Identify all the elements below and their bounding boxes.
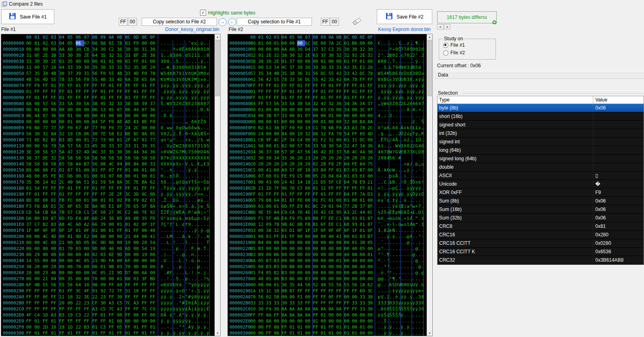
- hex-byte[interactable]: 37: [289, 64, 297, 70]
- hex-byte[interactable]: 37: [76, 149, 84, 155]
- hex-byte[interactable]: 78: [352, 179, 359, 185]
- hex-byte[interactable]: 32: [344, 52, 352, 58]
- hex-byte[interactable]: 78: [134, 76, 142, 83]
- hex-byte[interactable]: 0F: [297, 167, 305, 173]
- hex-byte[interactable]: FF: [84, 95, 93, 101]
- hex-byte[interactable]: 00: [84, 113, 93, 119]
- hex-byte[interactable]: 8B: [297, 221, 305, 227]
- hex-byte[interactable]: FF: [26, 294, 35, 300]
- hex-byte[interactable]: 5A: [289, 101, 297, 107]
- ascii-text[interactable]: V.L.: [185, 161, 198, 167]
- hex-byte[interactable]: E4: [282, 215, 289, 221]
- ascii-text[interactable]: 5AÎ•: [401, 209, 413, 215]
- hex-byte[interactable]: 00: [59, 258, 68, 264]
- hex-byte[interactable]: 00: [289, 131, 297, 137]
- hex-byte[interactable]: 00: [84, 119, 93, 125]
- selection-row[interactable]: double: [438, 163, 644, 172]
- hex-byte[interactable]: 88: [101, 40, 109, 46]
- hex-byte[interactable]: 56: [305, 282, 313, 288]
- hex-byte[interactable]: 01: [344, 137, 352, 143]
- hex-byte[interactable]: DE: [43, 155, 51, 161]
- hex-byte[interactable]: 42: [266, 76, 274, 83]
- ascii-text[interactable]: /§.w: [198, 137, 210, 143]
- hex-byte[interactable]: FF: [142, 288, 150, 294]
- hex-byte[interactable]: 00: [328, 270, 336, 276]
- hex-byte[interactable]: 00: [109, 113, 117, 119]
- hex-byte[interactable]: 05: [68, 40, 76, 46]
- hex-byte[interactable]: 00: [289, 240, 297, 246]
- hex-byte[interactable]: 71: [26, 137, 35, 143]
- hex-byte[interactable]: FF: [367, 95, 375, 101]
- hex-byte[interactable]: 00: [313, 107, 320, 113]
- ascii-text[interactable]: /4Ä.: [389, 137, 401, 143]
- ascii-text[interactable]: {WÈÁ: [173, 209, 186, 215]
- ascii-text[interactable]: ....: [198, 318, 210, 324]
- hex-byte[interactable]: CB: [84, 46, 93, 52]
- hex-byte[interactable]: 6C: [59, 173, 68, 179]
- hex-byte[interactable]: FF: [134, 282, 142, 288]
- hex-byte[interactable]: 88: [266, 197, 274, 203]
- hex-byte[interactable]: 34: [360, 143, 367, 149]
- ascii-text[interactable]: 0010: [198, 46, 210, 52]
- hex-byte[interactable]: 10: [134, 288, 142, 294]
- hex-byte[interactable]: 87: [51, 215, 60, 221]
- hex-byte[interactable]: FD: [68, 215, 76, 221]
- hex-byte[interactable]: 84: [282, 131, 289, 137]
- ascii-text[interactable]: .P'œ: [185, 209, 198, 215]
- hex-byte[interactable]: 20: [367, 155, 375, 161]
- hex-byte[interactable]: C4: [297, 137, 305, 143]
- hex-byte[interactable]: 00: [313, 264, 320, 270]
- hex-byte[interactable]: 00: [352, 294, 359, 300]
- ascii-text[interactable]: 3Z0Z: [173, 101, 186, 107]
- hex-byte[interactable]: 32: [274, 52, 281, 58]
- hex-byte[interactable]: 03: [321, 107, 328, 113]
- hex-byte[interactable]: 00: [258, 167, 266, 173]
- hex-byte[interactable]: 04: [328, 173, 336, 179]
- hex-byte[interactable]: 00: [250, 240, 258, 246]
- hex-byte[interactable]: FF: [43, 288, 51, 294]
- hex-byte[interactable]: 95: [150, 131, 159, 137]
- ascii-text[interactable]: ..F.: [185, 246, 198, 252]
- ascii-text[interactable]: 4.;.: [378, 113, 389, 119]
- hex-byte[interactable]: 33: [150, 161, 159, 167]
- hex-byte[interactable]: FF: [352, 191, 359, 197]
- ascii-text[interactable]: .1Ü.: [412, 137, 424, 143]
- hex-byte[interactable]: 4C: [274, 137, 281, 143]
- hex-byte[interactable]: 44: [360, 149, 367, 155]
- hex-byte[interactable]: 4F: [84, 288, 93, 294]
- hex-byte[interactable]: 38: [266, 227, 274, 234]
- ascii-text[interactable]: ÿ.ÿÿ: [185, 89, 198, 95]
- hex-byte[interactable]: 00: [305, 264, 313, 270]
- hex-byte[interactable]: 00: [84, 167, 93, 173]
- ascii-text[interactable]: ZG7M: [173, 149, 186, 155]
- ascii-text[interactable]: ....: [401, 227, 413, 234]
- ascii-text[interactable]: ....: [401, 252, 413, 258]
- ascii-text[interactable]: ÿ.ÿÿ: [161, 95, 173, 101]
- hex-byte[interactable]: 4F: [26, 312, 35, 318]
- hex-byte[interactable]: 01: [59, 95, 68, 101]
- hex-byte[interactable]: 33: [109, 76, 117, 83]
- hex-byte[interactable]: 0A: [150, 76, 159, 83]
- hex-byte[interactable]: FF: [250, 95, 258, 101]
- hex-byte[interactable]: 2F: [282, 137, 289, 143]
- hex-byte[interactable]: 91: [92, 288, 101, 294]
- ascii-text[interactable]: .ÿél: [389, 203, 401, 209]
- hex-byte[interactable]: 4B: [35, 282, 43, 288]
- hex-byte[interactable]: FF: [117, 185, 126, 191]
- hex-byte[interactable]: 00: [305, 240, 313, 246]
- hex-byte[interactable]: 80: [250, 40, 258, 46]
- hex-byte[interactable]: FF: [117, 89, 126, 95]
- hex-byte[interactable]: FF: [352, 131, 359, 137]
- hex-byte[interactable]: 0D: [282, 203, 289, 209]
- hex-byte[interactable]: 1D: [43, 312, 51, 318]
- hex-byte[interactable]: 97: [282, 125, 289, 131]
- hex-byte[interactable]: 22: [76, 300, 84, 306]
- hex-byte[interactable]: 37: [367, 101, 375, 107]
- ascii-text[interactable]: E037: [185, 143, 198, 149]
- hex-byte[interactable]: 00: [26, 119, 35, 125]
- hex-byte[interactable]: 00: [282, 107, 289, 113]
- hex-byte[interactable]: 42: [321, 76, 328, 83]
- ascii-text[interactable]: ..ÿÿ: [401, 185, 413, 191]
- hex-byte[interactable]: 00: [142, 264, 150, 270]
- arrow-left-icon[interactable]: ←: [228, 18, 236, 26]
